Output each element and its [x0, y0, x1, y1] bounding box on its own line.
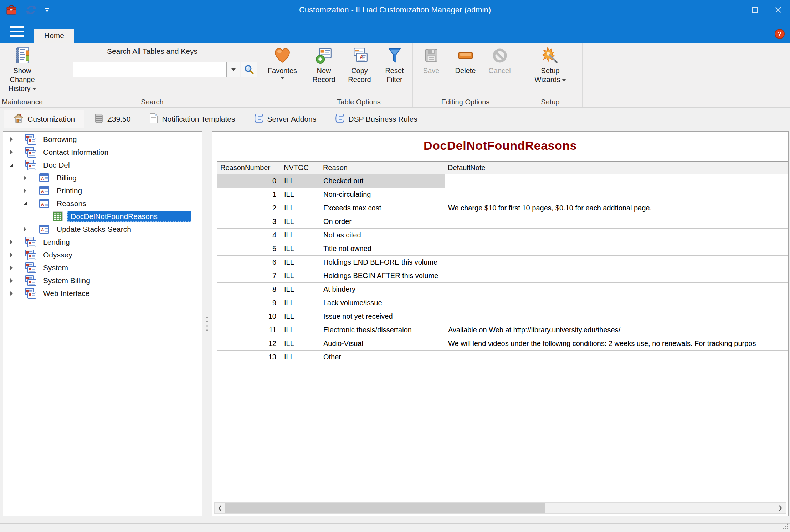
cell-reasonnumber[interactable]: 8	[217, 283, 281, 296]
reset-filter-button[interactable]: Reset Filter	[378, 45, 412, 84]
setup-wizards-button[interactable]: Setup Wizards	[527, 45, 574, 84]
cell-reasonnumber[interactable]: 1	[217, 188, 281, 201]
table-row[interactable]: 8ILLAt bindery	[217, 283, 789, 296]
help-icon[interactable]: ?	[774, 29, 785, 41]
cell-nvtgc[interactable]: ILL	[281, 296, 320, 310]
cell-defaultnote[interactable]	[445, 269, 789, 283]
favorites-button[interactable]: Favorites	[261, 45, 304, 79]
cell-nvtgc[interactable]: ILL	[281, 269, 320, 283]
cell-reasonnumber[interactable]: 13	[217, 351, 281, 364]
column-header-reason[interactable]: Reason	[320, 162, 445, 174]
cell-reasonnumber[interactable]: 10	[217, 310, 281, 323]
cell-reasonnumber[interactable]: 6	[217, 256, 281, 269]
cell-reason[interactable]: Issue not yet received	[320, 310, 445, 323]
table-row[interactable]: 11ILLElectronic thesis/dissertaionAvaila…	[217, 323, 789, 337]
cell-reason[interactable]: Electronic thesis/dissertaion	[320, 323, 445, 337]
tree-item-contact-information[interactable]: Contact Information	[3, 146, 202, 159]
cell-defaultnote[interactable]: We charge $10 for first 10 pages, $0.10 …	[445, 201, 789, 215]
collapsed-icon[interactable]	[21, 174, 29, 182]
tree-item-doc-del[interactable]: Doc Del	[3, 159, 202, 172]
cell-nvtgc[interactable]: ILL	[281, 229, 320, 242]
cell-reason[interactable]: Non-circulating	[320, 188, 445, 201]
cell-reasonnumber[interactable]: 2	[217, 201, 281, 215]
cell-nvtgc[interactable]: ILL	[281, 283, 320, 296]
collapsed-icon[interactable]	[7, 277, 15, 285]
cell-reasonnumber[interactable]: 3	[217, 215, 281, 229]
table-row[interactable]: 13ILLOther	[217, 351, 789, 364]
tree-item-borrowing[interactable]: Borrowing	[3, 133, 202, 146]
tree-item-printing[interactable]: APrinting	[3, 184, 202, 197]
tab-z39-50[interactable]: Z39.50	[84, 110, 140, 128]
collapsed-icon[interactable]	[7, 251, 15, 259]
search-button[interactable]	[241, 62, 257, 77]
horizontal-scrollbar[interactable]	[214, 502, 786, 514]
table-row[interactable]: 7ILLHoldings BEGIN AFTER this volume	[217, 269, 789, 283]
cell-reason[interactable]: On order	[320, 215, 445, 229]
table-row[interactable]: 3ILLOn order	[217, 215, 789, 229]
tab-home[interactable]: Home	[34, 29, 74, 43]
pane-splitter[interactable]	[202, 131, 212, 516]
tab-notification-templates[interactable]: Notification Templates	[140, 110, 244, 128]
cell-reason[interactable]: At bindery	[320, 283, 445, 296]
tab-dsp-business-rules[interactable]: DSP Business Rules	[325, 110, 426, 128]
expanded-icon[interactable]	[21, 200, 29, 208]
collapsed-icon[interactable]	[7, 290, 15, 297]
search-dropdown-icon[interactable]	[227, 62, 240, 77]
collapsed-icon[interactable]	[21, 225, 29, 233]
cell-reason[interactable]: Holdings BEGIN AFTER this volume	[320, 269, 445, 283]
cell-reasonnumber[interactable]: 4	[217, 229, 281, 242]
copy-record-button[interactable]: A Copy Record	[342, 45, 378, 84]
tree-item-billing[interactable]: ABilling	[3, 172, 202, 184]
cell-reason[interactable]: Checked out	[320, 174, 445, 188]
table-row[interactable]: 12ILLAudio-VisualWe will lend videos und…	[217, 337, 789, 351]
table-row[interactable]: 10ILLIssue not yet received	[217, 310, 789, 323]
cell-nvtgc[interactable]: ILL	[281, 242, 320, 256]
cell-reason[interactable]: Other	[320, 351, 445, 364]
tree-item-web-interface[interactable]: Web Interface	[3, 287, 202, 300]
tree-item-update-stacks-search[interactable]: AUpdate Stacks Search	[3, 223, 202, 236]
cell-defaultnote[interactable]	[445, 215, 789, 229]
cell-nvtgc[interactable]: ILL	[281, 256, 320, 269]
cell-nvtgc[interactable]: ILL	[281, 337, 320, 351]
collapsed-icon[interactable]	[21, 187, 29, 195]
collapsed-icon[interactable]	[7, 148, 15, 156]
collapsed-icon[interactable]	[7, 264, 15, 272]
cell-reasonnumber[interactable]: 11	[217, 323, 281, 337]
cell-nvtgc[interactable]: ILL	[281, 174, 320, 188]
cell-nvtgc[interactable]: ILL	[281, 351, 320, 364]
cell-reasonnumber[interactable]: 5	[217, 242, 281, 256]
column-header-defaultnote[interactable]: DefaultNote	[445, 162, 789, 174]
cell-nvtgc[interactable]: ILL	[281, 201, 320, 215]
cell-defaultnote[interactable]	[445, 256, 789, 269]
cell-defaultnote[interactable]	[445, 242, 789, 256]
scroll-left-icon[interactable]	[215, 503, 225, 513]
table-row[interactable]: 1ILLNon-circulating	[217, 188, 789, 201]
cell-defaultnote[interactable]: We will lend videos under the following …	[445, 337, 789, 351]
column-header-reasonnumber[interactable]: ReasonNumber	[217, 162, 281, 174]
new-record-button[interactable]: New Record	[306, 45, 342, 84]
cell-nvtgc[interactable]: ILL	[281, 323, 320, 337]
tree-item-docdelnotfoundreasons[interactable]: DocDelNotFoundReasons	[3, 210, 202, 223]
tree-item-system-billing[interactable]: System Billing	[3, 274, 202, 287]
delete-button[interactable]: Delete	[448, 45, 483, 75]
table-row[interactable]: 6ILLHoldings END BEFORE this volume	[217, 256, 789, 269]
menu-icon[interactable]	[0, 20, 34, 43]
tree-item-odyssey[interactable]: Odyssey	[3, 249, 202, 261]
tab-server-addons[interactable]: Server Addons	[245, 110, 326, 128]
collapsed-icon[interactable]	[7, 135, 15, 143]
cell-nvtgc[interactable]: ILL	[281, 310, 320, 323]
cell-defaultnote[interactable]	[445, 188, 789, 201]
cell-reasonnumber[interactable]: 7	[217, 269, 281, 283]
tree-item-system[interactable]: System	[3, 261, 202, 274]
tree-item-reasons[interactable]: AReasons	[3, 197, 202, 210]
scrollbar-thumb[interactable]	[225, 503, 545, 513]
cell-nvtgc[interactable]: ILL	[281, 188, 320, 201]
table-row[interactable]: 5ILLTitle not owned	[217, 242, 789, 256]
cell-defaultnote[interactable]	[445, 229, 789, 242]
cell-defaultnote[interactable]: Available on Web at http://library.unive…	[445, 323, 789, 337]
cell-defaultnote[interactable]	[445, 283, 789, 296]
tab-customization[interactable]: Customization	[4, 110, 84, 128]
cell-reasonnumber[interactable]: 0	[217, 174, 281, 188]
table-row[interactable]: 2ILLExceeds max costWe charge $10 for fi…	[217, 201, 789, 215]
expanded-icon[interactable]	[7, 161, 15, 169]
